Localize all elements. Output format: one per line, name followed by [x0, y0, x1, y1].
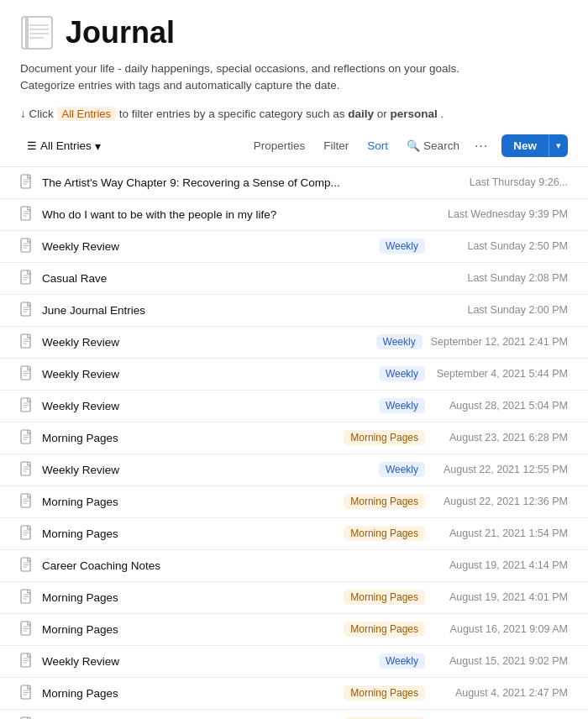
table-row[interactable]: Morning PagesMorning PagesAugust 16, 202…	[0, 614, 588, 646]
entry-doc-icon	[20, 333, 34, 351]
more-options-button[interactable]: ···	[470, 134, 493, 158]
entry-tag[interactable]: Morning Pages	[344, 430, 425, 445]
entry-date: August 23, 2021 6:28 PM	[433, 432, 568, 443]
entry-date: August 22, 2021 12:36 PM	[433, 496, 568, 507]
entry-title: The Artist's Way Chapter 9: Recovering a…	[42, 176, 433, 189]
entry-date: September 12, 2021 2:41 PM	[431, 336, 568, 348]
hint-suffix: .	[441, 108, 444, 120]
entry-tag[interactable]: Weekly	[379, 398, 425, 413]
entry-doc-icon	[20, 653, 34, 670]
table-row[interactable]: The Artist's Way Chapter 9: Recovering a…	[0, 167, 588, 199]
hint-bold2: personal	[390, 108, 437, 120]
all-entries-button[interactable]: ☰ All Entries ▾	[20, 136, 108, 156]
entry-date: August 28, 2021 5:04 PM	[433, 400, 568, 412]
entry-tag[interactable]: Morning Pages	[344, 622, 425, 637]
journal-icon	[20, 15, 55, 50]
entry-title: Morning Pages	[42, 432, 344, 444]
entry-doc-icon	[20, 621, 34, 638]
table-row[interactable]: Weekly ReviewWeeklyAugust 15, 2021 9:02 …	[0, 646, 588, 678]
table-row[interactable]: Career Coaching NotesAugust 19, 2021 4:1…	[0, 550, 588, 582]
table-row[interactable]: Who do I want to be with the people in m…	[0, 199, 588, 231]
hint-chip[interactable]: All Entries	[57, 107, 117, 121]
table-row[interactable]: Weekly ReviewWeeklySeptember 4, 2021 5:4…	[0, 359, 588, 391]
hint-middle: to filter entries by a specific category…	[119, 108, 348, 120]
entry-title: Career Coaching Notes	[42, 559, 433, 572]
entry-tag[interactable]: Weekly	[379, 239, 425, 254]
entry-date: Last Wednesday 9:39 PM	[433, 208, 568, 220]
entry-tag[interactable]: Morning Pages	[344, 526, 425, 541]
hint-or: or	[377, 108, 391, 120]
entry-doc-icon	[20, 365, 34, 383]
entry-date: August 15, 2021 9:02 PM	[433, 655, 568, 667]
entry-doc-icon	[20, 716, 34, 720]
table-row[interactable]: June Journal EntriesLast Sunday 2:00 PM	[0, 295, 588, 327]
table-row[interactable]: Casual RaveLast Sunday 2:08 PM	[0, 263, 588, 295]
entry-doc-icon	[20, 397, 34, 415]
entry-tag[interactable]: Morning Pages	[344, 685, 425, 701]
entry-date: August 19, 2021 4:14 PM	[433, 559, 568, 571]
table-row[interactable]: Morning PagesMorning PagesAugust 21, 202…	[0, 518, 588, 550]
entry-title: Morning Pages	[42, 623, 344, 636]
entry-doc-icon	[20, 206, 34, 223]
description-line1: Document your life - daily happenings, s…	[20, 60, 568, 77]
filter-button[interactable]: Filter	[315, 135, 357, 156]
toolbar-actions: Properties Filter Sort 🔍 Search ··· New …	[245, 134, 568, 158]
new-dropdown-button[interactable]: ▾	[549, 135, 568, 156]
table-row[interactable]: Weekly ReviewWeeklyAugust 22, 2021 12:55…	[0, 454, 588, 486]
table-row[interactable]: Morning PagesMorning PagesAugust 4, 2021…	[0, 678, 588, 710]
entry-date: Last Sunday 2:00 PM	[433, 304, 568, 316]
page-title: Journal	[66, 15, 175, 50]
entry-doc-icon	[20, 174, 34, 192]
entry-tag[interactable]: Weekly	[376, 334, 423, 349]
hint-bar: ↓ Click All Entries to filter entries by…	[0, 95, 588, 126]
entry-title: Weekly Review	[42, 400, 379, 412]
entry-tag[interactable]: Weekly	[379, 462, 425, 477]
entry-date: Last Thursday 9:26...	[433, 176, 568, 188]
table-row[interactable]: Morning PagesMorning PagesAugust 23, 202…	[0, 422, 588, 454]
entry-tag[interactable]: Weekly	[379, 653, 425, 669]
entry-title: Weekly Review	[42, 368, 379, 380]
all-entries-icon: ☰	[27, 139, 37, 152]
entry-date: August 4, 2021 2:47 PM	[433, 687, 568, 699]
sort-button[interactable]: Sort	[359, 135, 396, 156]
search-button[interactable]: 🔍 Search	[398, 135, 468, 156]
toolbar-left: ☰ All Entries ▾	[20, 136, 245, 156]
properties-button[interactable]: Properties	[245, 135, 314, 156]
entry-doc-icon	[20, 270, 34, 287]
entry-date: August 16, 2021 9:09 AM	[433, 623, 568, 635]
entry-doc-icon	[20, 238, 34, 255]
entries-list: The Artist's Way Chapter 9: Recovering a…	[0, 167, 588, 720]
entry-tag[interactable]: Weekly	[379, 366, 425, 381]
entry-tag[interactable]: Morning Pages	[344, 494, 425, 509]
chevron-down-icon: ▾	[95, 139, 101, 153]
entry-date: Last Sunday 2:50 PM	[433, 240, 568, 252]
entry-title: Weekly Review	[42, 240, 379, 253]
entry-doc-icon	[20, 429, 34, 447]
svg-rect-1	[25, 17, 29, 49]
entry-date: Last Sunday 2:08 PM	[433, 272, 568, 284]
table-row[interactable]: Weekly ReviewWeeklyAugust 28, 2021 5:04 …	[0, 391, 588, 422]
page-description: Document your life - daily happenings, s…	[0, 57, 588, 95]
hint-prefix: ↓ Click	[20, 108, 54, 120]
table-row[interactable]: Morning PagesMorning PagesAugust 19, 202…	[0, 582, 588, 614]
entry-doc-icon	[20, 302, 34, 319]
entry-tag[interactable]: Morning Pages	[344, 590, 425, 605]
entry-doc-icon	[20, 589, 34, 606]
table-row[interactable]: Weekly ReviewWeeklyLast Sunday 2:50 PM	[0, 231, 588, 263]
new-button-group: New ▾	[501, 134, 568, 157]
entry-title: Weekly Review	[42, 336, 376, 349]
entry-doc-icon	[20, 557, 34, 575]
entry-title: June Journal Entries	[42, 304, 433, 317]
toolbar: ☰ All Entries ▾ Properties Filter Sort 🔍…	[0, 126, 588, 167]
description-line2: Categorize entries with tags and automat…	[20, 77, 568, 94]
entry-doc-icon	[20, 525, 34, 543]
table-row[interactable]: Morning PagesMorning PagesAugust 4, 2021…	[0, 710, 588, 720]
table-row[interactable]: Morning PagesMorning PagesAugust 22, 202…	[0, 486, 588, 518]
entry-date: August 21, 2021 1:54 PM	[433, 527, 568, 539]
entry-title: Morning Pages	[42, 687, 344, 700]
entry-doc-icon	[20, 493, 34, 511]
table-row[interactable]: Weekly ReviewWeeklySeptember 12, 2021 2:…	[0, 327, 588, 359]
hint-bold1: daily	[348, 108, 374, 120]
entry-date: August 19, 2021 4:01 PM	[433, 591, 568, 603]
new-button[interactable]: New	[501, 134, 549, 157]
